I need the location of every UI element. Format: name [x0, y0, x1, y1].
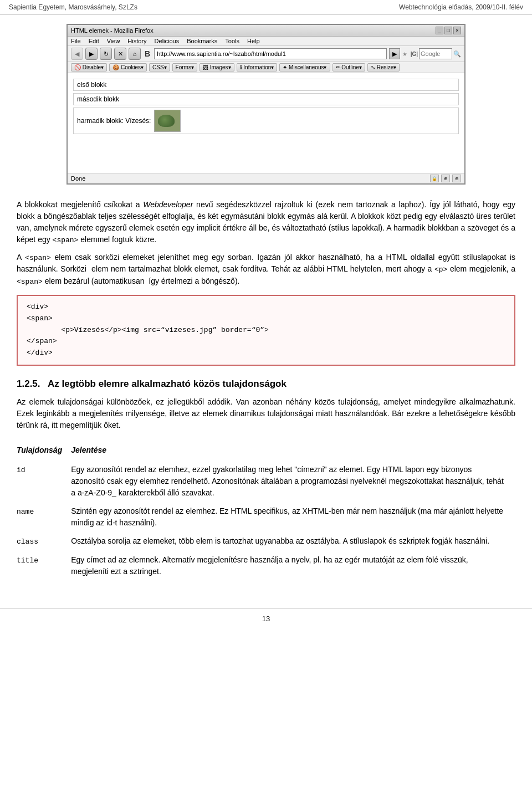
- code-line-5: </div>: [27, 347, 505, 359]
- go-button[interactable]: ▶: [389, 48, 400, 59]
- block2-text: második blokk: [77, 95, 119, 103]
- paragraph-1: A blokkokat megjelenítő csíkokat a Webde…: [17, 199, 515, 246]
- menu-edit[interactable]: Edit: [89, 38, 99, 44]
- prop-name: name: [17, 502, 71, 532]
- search-input[interactable]: [419, 48, 452, 59]
- menu-history[interactable]: History: [127, 38, 146, 44]
- tb-outline[interactable]: ✏ Outline▾: [332, 63, 365, 71]
- section-title: Az legtöbb elemre alkalmazható közös tul…: [48, 378, 287, 389]
- p-tag: <p>: [434, 265, 447, 274]
- menu-bookmarks[interactable]: Bookmarks: [187, 38, 217, 44]
- prop-name: class: [17, 532, 71, 551]
- prop-desc: Egy azonosítót rendel az elemhez, ezzel …: [71, 461, 515, 502]
- maximize-button[interactable]: □: [444, 27, 452, 34]
- page-footer: 13: [0, 608, 532, 628]
- vizes-image: [154, 110, 181, 132]
- browser-title: HTML elemek - Mozilla Firefox: [71, 27, 154, 34]
- g-icon: |G|: [411, 51, 418, 57]
- tb-css[interactable]: CSS▾: [149, 63, 170, 71]
- header-left: Sapientia Egyetem, Marosvásárhely, SzLZs: [9, 3, 137, 11]
- tb-images[interactable]: 🖼 Images▾: [200, 63, 234, 71]
- status-text: Done: [71, 175, 85, 182]
- stop-button[interactable]: ✕: [114, 48, 126, 60]
- code-line-3: <p>Vízesés</p><img src=“vizeses.jpg” bor…: [27, 325, 505, 336]
- search-area: |G| 🔍: [411, 48, 461, 59]
- block1-text: első blokk: [77, 81, 106, 89]
- span-tag-3: <span>: [17, 278, 43, 286]
- browser-navbar: ◀ ▶ ↻ ✕ ⌂ B ▶ ★ |G| 🔍: [68, 46, 464, 62]
- code-block: <div> <span> <p>Vízesés</p><img src=“viz…: [17, 295, 515, 366]
- menu-view[interactable]: View: [107, 38, 120, 44]
- table-row: classOsztályba sorolja az elemeket, több…: [17, 532, 515, 551]
- search-icon[interactable]: 🔍: [453, 50, 461, 58]
- browser-statusbar: Done 🔒 ⊕ ⊕: [68, 173, 464, 183]
- minimize-button[interactable]: _: [436, 27, 443, 34]
- paragraph-2: A <span> elem csak sorközi elemeket jele…: [17, 252, 515, 288]
- back-button[interactable]: ◀: [71, 48, 83, 60]
- span-tag-2: <span>: [25, 254, 51, 262]
- tb-information[interactable]: ℹ Information▾: [237, 63, 278, 71]
- reload-button[interactable]: ↻: [100, 48, 112, 60]
- menu-help[interactable]: Help: [247, 38, 260, 44]
- browser-toolbar: 🚫 Disable▾ 🍪 Cookies▾ CSS▾ Forms▾ 🖼 Imag…: [68, 62, 464, 73]
- forward-button[interactable]: ▶: [85, 48, 98, 60]
- address-bar-input[interactable]: [154, 48, 387, 59]
- status-icon-3: ⊕: [452, 175, 461, 182]
- status-icon-1: 🔒: [430, 175, 439, 182]
- prop-desc: Szintén egy azonosítót rendel az elemhez…: [71, 502, 515, 532]
- block3-text: harmadik blokk: Vízesés:: [77, 117, 151, 125]
- col-header-meaning: Jelentése: [71, 442, 515, 461]
- code-line-1: <div>: [27, 301, 505, 313]
- tb-disable[interactable]: 🚫 Disable▾: [71, 63, 107, 71]
- browser-winbtns: _ □ ×: [436, 27, 461, 34]
- span-tag-1: <span>: [53, 236, 79, 244]
- star-icon: ★: [402, 51, 407, 57]
- content-block-1: első blokk: [73, 79, 459, 91]
- prop-desc: Egy címet ad az elemnek. Alternatív megj…: [71, 551, 515, 581]
- code-line-2: <span>: [27, 313, 505, 325]
- tb-miscellaneous[interactable]: ✦ Miscellaneous▾: [279, 63, 330, 71]
- page-number: 13: [262, 615, 270, 623]
- main-content: A blokkokat megjelenítő csíkokat a Webde…: [0, 193, 532, 597]
- content-block-3: harmadik blokk: Vízesés:: [73, 108, 459, 134]
- section-num: 1.2.5.: [17, 378, 40, 389]
- table-row: titleEgy címet ad az elemnek. Alternatív…: [17, 551, 515, 581]
- prop-name: title: [17, 551, 71, 581]
- browser-menubar: File Edit View History Delicious Bookmar…: [68, 37, 464, 46]
- browser-window: HTML elemek - Mozilla Firefox _ □ × File…: [66, 24, 466, 185]
- close-button[interactable]: ×: [453, 27, 461, 34]
- prop-name: id: [17, 461, 71, 502]
- home-button[interactable]: ⌂: [129, 48, 141, 60]
- col-header-prop: Tulajdonság: [17, 442, 71, 461]
- code-line-4: </span>: [27, 336, 505, 347]
- tb-cookies[interactable]: 🍪 Cookies▾: [109, 63, 147, 71]
- header-right: Webtechnológia előadás, 2009/10-II. félé…: [399, 3, 523, 11]
- prop-desc: Osztályba sorolja az elemeket, több elem…: [71, 532, 515, 551]
- menu-tools[interactable]: Tools: [225, 38, 239, 44]
- menu-file[interactable]: File: [71, 38, 81, 44]
- properties-table: Tulajdonság Jelentése idEgy azonosítót r…: [17, 442, 515, 581]
- page-header: Sapientia Egyetem, Marosvásárhely, SzLZs…: [0, 0, 532, 15]
- section-heading: 1.2.5. Az legtöbb elemre alkalmazható kö…: [17, 377, 515, 391]
- table-row: nameSzintén egy azonosítót rendel az ele…: [17, 502, 515, 532]
- status-icon-2: ⊕: [441, 175, 450, 182]
- tb-forms[interactable]: Forms▾: [172, 63, 197, 71]
- tb-resize[interactable]: ⤡ Resize▾: [367, 63, 400, 71]
- content-block-2: második blokk: [73, 93, 459, 105]
- browser-titlebar: HTML elemek - Mozilla Firefox _ □ ×: [68, 25, 464, 37]
- status-icons: 🔒 ⊕ ⊕: [430, 175, 461, 182]
- browser-content: első blokk második blokk harmadik blokk:…: [68, 73, 464, 173]
- table-row: idEgy azonosítót rendel az elemhez, ezze…: [17, 461, 515, 502]
- menu-delicious[interactable]: Delicious: [155, 38, 180, 44]
- b-icon: B: [145, 49, 150, 58]
- section-paragraph: Az elemek tulajdonságai különbözőek, ez …: [17, 396, 515, 431]
